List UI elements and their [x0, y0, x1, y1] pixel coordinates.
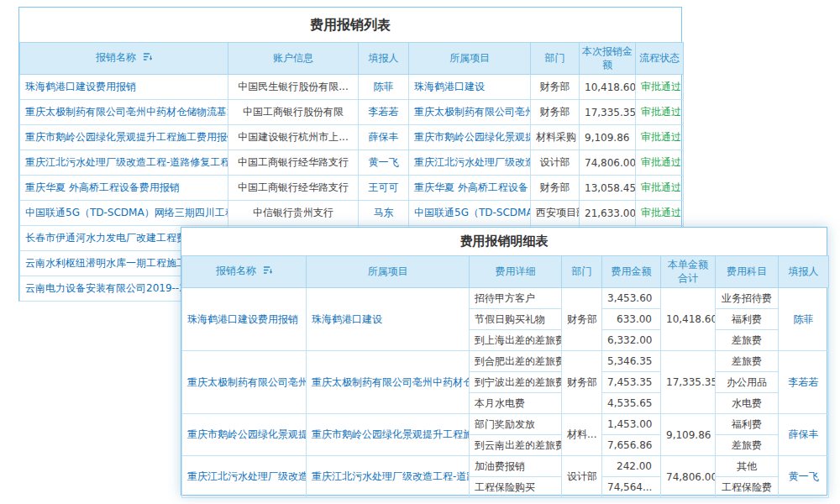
cell-project[interactable]: 重庆江北污水处理厂级改造工...	[409, 150, 531, 176]
cell-project[interactable]: 珠海鹤港口建设	[409, 75, 531, 100]
cell-category: 差旅费	[716, 435, 779, 456]
cell-account: 中国建设银行杭州市上...	[228, 125, 359, 150]
cell-category: 工程保险费	[716, 477, 779, 498]
col-header-report-name-label: 报销名称	[96, 51, 136, 63]
cell-expense-amount: 7,453.35	[602, 372, 661, 393]
col-header-project: 所属项目	[409, 43, 531, 75]
cell-expense-detail: 到云南出差的差旅费	[470, 435, 562, 456]
list-table-title: 费用报销列表	[19, 8, 681, 42]
cell-category: 差旅费	[716, 330, 779, 351]
cell-reporter[interactable]: 李若若	[779, 351, 829, 414]
cell-project[interactable]: 重庆市鹅岭公园绿化景观提升工程施工	[307, 414, 470, 456]
cell-account: 中国工商银行经华路支行	[228, 176, 359, 201]
col-header-total-amount: 本单金额合计	[661, 256, 716, 288]
cell-status[interactable]: 审批通过	[636, 100, 684, 125]
cell-expense-amount: 1,453.00	[602, 414, 661, 435]
cell-report-name[interactable]: 重庆江北污水处理厂级改造工程-道路修复工程费用...	[20, 150, 228, 176]
cell-report-name[interactable]: 珠海鹤港口建设费用报销	[182, 288, 307, 351]
sort-icon[interactable]	[143, 52, 152, 66]
cell-expense-amount: 74,564...	[602, 477, 661, 498]
col-header-project: 所属项目	[307, 256, 470, 288]
detail-table-title: 费用报销明细表	[181, 228, 827, 255]
table-row: 珠海鹤港口建设费用报销 珠海鹤港口建设 招待甲方客户 财务部 3,453.60 …	[182, 288, 829, 309]
cell-dept: 设计部	[531, 150, 580, 176]
table-row: 重庆华夏 外高桥工程设备费用报销 中国工商银行经华路支行 王可可 重庆华夏 外高…	[20, 176, 684, 201]
col-header-expense-detail: 费用详细	[470, 256, 562, 288]
cell-amount: 21,633.00	[580, 201, 636, 226]
table-row: 重庆太极制药有限公司亳州中药材仓储物流基地项... 中国工商银行股份有限 李若若…	[20, 100, 684, 125]
cell-total-amount: 10,418.60	[661, 288, 716, 351]
cell-reporter[interactable]: 陈菲	[779, 288, 829, 351]
cell-account: 中国工商银行股份有限	[228, 100, 359, 125]
cell-total-amount: 74,806.00	[661, 456, 716, 498]
table-row: 重庆江北污水处理厂级改造工程-... 重庆江北污水处理厂级改造工程-道路修复工.…	[182, 456, 829, 477]
col-header-amount: 本次报销金额	[580, 43, 636, 75]
col-header-reporter: 填报人	[779, 256, 829, 288]
col-header-expense-amount: 费用金额	[602, 256, 661, 288]
cell-category: 差旅费	[716, 351, 779, 372]
cell-amount: 17,335.35	[580, 100, 636, 125]
col-header-category: 费用科目	[716, 256, 779, 288]
cell-project[interactable]: 重庆太极制药有限公司亳州中...	[409, 100, 531, 125]
cell-project[interactable]: 珠海鹤港口建设	[307, 288, 470, 351]
cell-dept: 财务部	[562, 288, 602, 351]
cell-status[interactable]: 审批通过	[636, 75, 684, 100]
cell-report-name[interactable]: 重庆市鹅岭公园绿化景观提升工程施工费用报销	[20, 125, 228, 150]
col-header-report-name-label: 报销名称	[216, 265, 256, 276]
col-header-account: 账户信息	[228, 43, 359, 75]
cell-expense-detail: 招待甲方客户	[470, 288, 562, 309]
cell-project[interactable]: 重庆太极制药有限公司亳州中药材仓储物流...	[307, 351, 470, 414]
sort-icon[interactable]	[263, 265, 272, 279]
cell-dept: 财务部	[531, 100, 580, 125]
detail-header-row: 报销名称 所属项目 费用详细 部门 费用金额 本单金额合计 费用科目 填报人	[182, 256, 829, 288]
cell-report-name[interactable]: 重庆市鹅岭公园绿化景观提升工程...	[182, 414, 307, 456]
table-row: 重庆市鹅岭公园绿化景观提升工程... 重庆市鹅岭公园绿化景观提升工程施工 部门奖…	[182, 414, 829, 435]
cell-amount: 74,806.00	[580, 150, 636, 176]
cell-dept: 财务部	[531, 176, 580, 201]
cell-reporter[interactable]: 黄一飞	[779, 456, 829, 498]
cell-reporter[interactable]: 黄一飞	[359, 150, 409, 176]
cell-expense-detail: 部门奖励发放	[470, 414, 562, 435]
cell-account: 中信银行贵州支行	[228, 201, 359, 226]
cell-report-name[interactable]: 重庆太极制药有限公司亳州中药材仓储物流基地项...	[20, 100, 228, 125]
cell-reporter[interactable]: 王可可	[359, 176, 409, 201]
cell-report-name[interactable]: 重庆华夏 外高桥工程设备费用报销	[20, 176, 228, 201]
cell-reporter[interactable]: 薛保丰	[359, 125, 409, 150]
cell-status[interactable]: 审批通过	[636, 176, 684, 201]
cell-project[interactable]: 重庆华夏 外高桥工程设备	[409, 176, 531, 201]
col-header-status: 流程状态	[636, 43, 684, 75]
cell-status[interactable]: 审批通过	[636, 125, 684, 150]
col-header-report-name[interactable]: 报销名称	[20, 43, 228, 75]
cell-report-name[interactable]: 重庆江北污水处理厂级改造工程-...	[182, 456, 307, 498]
cell-expense-amount: 242.00	[602, 456, 661, 477]
cell-expense-detail: 工程保险购买	[470, 477, 562, 498]
cell-project[interactable]: 中国联通5G（TD-SCDMA）网...	[409, 201, 531, 226]
cell-expense-amount: 633.00	[602, 309, 661, 330]
cell-total-amount: 9,109.86	[661, 414, 716, 456]
cell-project[interactable]: 重庆江北污水处理厂级改造工程-道路修复工...	[307, 456, 470, 498]
table-row: 重庆江北污水处理厂级改造工程-道路修复工程费用... 中国工商银行经华路支行 黄…	[20, 150, 684, 176]
cell-reporter[interactable]: 陈菲	[359, 75, 409, 100]
table-row: 珠海鹤港口建设费用报销 中国民生银行股份有限... 陈菲 珠海鹤港口建设 财务部…	[20, 75, 684, 100]
table-row: 重庆市鹅岭公园绿化景观提升工程施工费用报销 中国建设银行杭州市上... 薛保丰 …	[20, 125, 684, 150]
cell-amount: 13,058.45	[580, 176, 636, 201]
cell-dept: 设计部	[562, 456, 602, 498]
cell-account: 中国工商银行经华路支行	[228, 150, 359, 176]
cell-expense-detail: 到合肥出差的差旅费	[470, 351, 562, 372]
cell-report-name[interactable]: 中国联通5G（TD-SCDMA）网络三期四川工程费...	[20, 201, 228, 226]
col-header-reporter: 填报人	[359, 43, 409, 75]
col-header-report-name[interactable]: 报销名称	[182, 256, 307, 288]
cell-reporter[interactable]: 马东	[359, 201, 409, 226]
cell-report-name[interactable]: 重庆太极制药有限公司亳州中药材...	[182, 351, 307, 414]
cell-project[interactable]: 重庆市鹅岭公园绿化景观提升...	[409, 125, 531, 150]
cell-amount: 10,418.60	[580, 75, 636, 100]
cell-status[interactable]: 审批通过	[636, 150, 684, 176]
cell-category: 办公用品	[716, 372, 779, 393]
cell-reporter[interactable]: 薛保丰	[779, 414, 829, 456]
list-header-row: 报销名称 账户信息 填报人 所属项目 部门 本次报销金额 流程状态	[20, 43, 684, 75]
cell-reporter[interactable]: 李若若	[359, 100, 409, 125]
expense-detail-table: 报销名称 所属项目 费用详细 部门 费用金额 本单金额合计 费用科目 填报人 珠…	[181, 255, 829, 498]
cell-report-name[interactable]: 珠海鹤港口建设费用报销	[20, 75, 228, 100]
cell-dept: 材料...	[562, 414, 602, 456]
cell-status[interactable]: 审批通过	[636, 201, 684, 226]
